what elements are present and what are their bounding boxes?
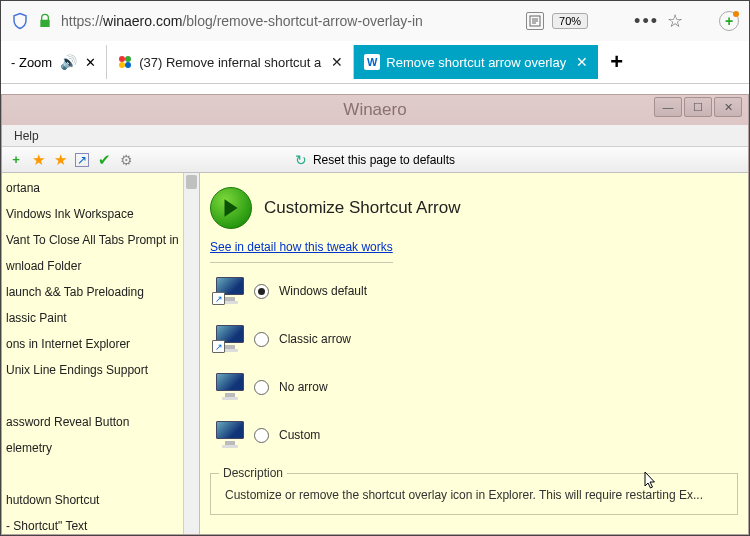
option-label: No arrow (279, 380, 328, 394)
option-row[interactable]: No arrow (210, 363, 738, 411)
monitor-icon: ↗ (212, 323, 244, 355)
monitor-icon (212, 419, 244, 451)
svg-point-7 (125, 62, 131, 68)
toolbar-check-icon[interactable]: ✔ (94, 150, 114, 170)
svg-point-5 (125, 56, 131, 62)
sidebar-item[interactable]: hutdown Shortcut (2, 487, 199, 513)
option-row[interactable]: ↗Windows default (210, 267, 738, 315)
radio-button[interactable] (254, 380, 269, 395)
reset-defaults-button[interactable]: ↻ Reset this page to defaults (295, 152, 455, 168)
sidebar-item (2, 461, 199, 487)
monitor-icon (212, 371, 244, 403)
option-row[interactable]: Custom (210, 411, 738, 459)
main-panel: Customize Shortcut Arrow See in detail h… (200, 173, 748, 534)
url-display[interactable]: https://winaero.com/blog/remove-shortcut… (61, 13, 518, 29)
sidebar-item[interactable]: Vant To Close All Tabs Prompt in (2, 227, 199, 253)
toolbar-add-button[interactable]: + (6, 150, 26, 170)
reader-mode-icon[interactable] (526, 12, 544, 30)
menu-dots-icon[interactable]: ••• (634, 11, 659, 32)
sidebar-item[interactable]: Unix Line Endings Support (2, 357, 199, 383)
radio-button[interactable] (254, 332, 269, 347)
app-title: Winaero (343, 100, 406, 120)
sidebar-scrollbar[interactable] (183, 173, 199, 534)
sidebar-item[interactable]: lassic Paint (2, 305, 199, 331)
zoom-percentage[interactable]: 70% (552, 13, 588, 29)
sidebar-item[interactable]: launch && Tab Preloading (2, 279, 199, 305)
zoom-minus-label: - Zoom (11, 55, 52, 70)
sidebar-item[interactable]: - Shortcut" Text (2, 513, 199, 534)
option-label: Custom (279, 428, 320, 442)
page-title: Customize Shortcut Arrow (264, 198, 461, 218)
titlebar[interactable]: Winaero — ☐ ✕ (2, 95, 748, 125)
shortcut-badge-icon: ↗ (212, 292, 225, 305)
toolbar-star-half-icon[interactable]: ★ (28, 150, 48, 170)
option-row[interactable]: ↗Classic arrow (210, 315, 738, 363)
tweak-details-link[interactable]: See in detail how this tweak works (210, 240, 393, 263)
description-box: Description Customize or remove the shor… (210, 473, 738, 515)
zoom-close-icon[interactable]: ✕ (85, 55, 96, 70)
close-button[interactable]: ✕ (714, 97, 742, 117)
sidebar-item[interactable]: wnload Folder (2, 253, 199, 279)
sidebar: ortanaVindows Ink WorkspaceVant To Close… (2, 173, 200, 534)
shortcut-arrow-hero-icon (210, 187, 252, 229)
monitor-icon: ↗ (212, 275, 244, 307)
svg-point-6 (119, 62, 125, 68)
minimize-button[interactable]: — (654, 97, 682, 117)
favicon-icon (117, 54, 133, 70)
description-text: Customize or remove the shortcut overlay… (225, 488, 723, 502)
option-label: Classic arrow (279, 332, 351, 346)
sidebar-item[interactable]: ons in Internet Explorer (2, 331, 199, 357)
tab-inactive[interactable]: (37) Remove infernal shortcut a ✕ (107, 45, 354, 79)
tab-close-icon[interactable]: ✕ (576, 54, 588, 70)
app-window: Winaero — ☐ ✕ Help + ★ ★ ↗ ✔ ⚙ ↻ Reset t… (1, 94, 749, 535)
radio-button[interactable] (254, 428, 269, 443)
tab-active[interactable]: W Remove shortcut arrow overlay ✕ (354, 45, 598, 79)
sidebar-item[interactable]: elemetry (2, 435, 199, 461)
svg-point-4 (119, 56, 125, 62)
description-legend: Description (219, 466, 287, 480)
bookmark-star-icon[interactable]: ☆ (667, 10, 683, 32)
toolbar-gear-icon[interactable]: ⚙ (116, 150, 136, 170)
shortcut-badge-icon: ↗ (212, 340, 225, 353)
sidebar-item[interactable]: ortana (2, 175, 199, 201)
toolbar-star-icon[interactable]: ★ (50, 150, 70, 170)
tab-label: Remove shortcut arrow overlay (386, 55, 566, 70)
tab-close-icon[interactable]: ✕ (331, 54, 343, 70)
menu-help[interactable]: Help (8, 127, 45, 145)
radio-button[interactable] (254, 284, 269, 299)
sidebar-item[interactable]: assword Reveal Button (2, 409, 199, 435)
sidebar-item (2, 383, 199, 409)
scrollbar-up-icon[interactable] (186, 175, 197, 189)
new-tab-button[interactable]: + (598, 49, 635, 75)
refresh-icon: ↻ (295, 152, 307, 168)
toolbar-external-icon[interactable]: ↗ (72, 150, 92, 170)
option-label: Windows default (279, 284, 367, 298)
extension-icon[interactable]: + (719, 11, 739, 31)
tracking-shield-icon[interactable] (11, 12, 29, 30)
favicon-icon: W (364, 54, 380, 70)
speaker-icon[interactable]: 🔊 (60, 54, 77, 70)
maximize-button[interactable]: ☐ (684, 97, 712, 117)
lock-icon[interactable] (37, 13, 53, 29)
sidebar-item[interactable]: Vindows Ink Workspace (2, 201, 199, 227)
tab-label: (37) Remove infernal shortcut a (139, 55, 321, 70)
